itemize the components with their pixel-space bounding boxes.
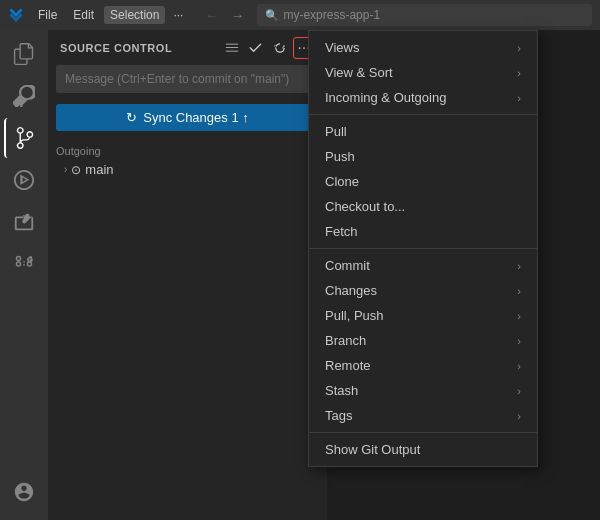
outgoing-section: Outgoing › ⊙ main: [48, 139, 327, 184]
nav-buttons: ← →: [199, 5, 249, 25]
menu-item-pull-push[interactable]: Pull, Push ›: [309, 303, 537, 328]
branch-item[interactable]: › ⊙ main: [56, 159, 319, 180]
activity-explorer[interactable]: [4, 34, 44, 74]
sync-icon: ↻: [126, 110, 137, 125]
menu-item-stash-label: Stash: [325, 383, 358, 398]
title-bar: File Edit Selection ··· ← → 🔍 my-express…: [0, 0, 600, 30]
menu-item-changes[interactable]: Changes ›: [309, 278, 537, 303]
menu-selection[interactable]: Selection: [104, 6, 165, 24]
pull-push-chevron-icon: ›: [517, 310, 521, 322]
forward-button[interactable]: →: [225, 5, 249, 25]
branch-name: main: [85, 162, 113, 177]
sync-button-label: Sync Changes 1 ↑: [143, 110, 249, 125]
menu-file[interactable]: File: [32, 6, 63, 24]
app-icon: [8, 7, 24, 23]
menu-item-view-sort[interactable]: View & Sort ›: [309, 60, 537, 85]
commit-button[interactable]: [245, 37, 267, 59]
tags-chevron-icon: ›: [517, 410, 521, 422]
incoming-outgoing-chevron-icon: ›: [517, 92, 521, 104]
stash-chevron-icon: ›: [517, 385, 521, 397]
remote-chevron-icon: ›: [517, 360, 521, 372]
menu-item-branch-label: Branch: [325, 333, 366, 348]
menu-item-commit-label: Commit: [325, 258, 370, 273]
menu-item-branch[interactable]: Branch ›: [309, 328, 537, 353]
chevron-right-icon: ›: [64, 164, 67, 175]
menu-item-tags[interactable]: Tags ›: [309, 403, 537, 428]
menu-item-clone[interactable]: Clone: [309, 169, 537, 194]
panel-actions: [221, 37, 315, 59]
activity-account[interactable]: [4, 472, 44, 512]
menu-item-show-git-output[interactable]: Show Git Output: [309, 437, 537, 462]
menu-item-views-label: Views: [325, 40, 359, 55]
separator-1: [309, 114, 537, 115]
menu-edit[interactable]: Edit: [67, 6, 100, 24]
menu-item-tags-label: Tags: [325, 408, 352, 423]
menu-item-pull-push-label: Pull, Push: [325, 308, 384, 323]
source-control-panel: SOURCE CONTROL: [48, 30, 328, 520]
activity-source-control[interactable]: [4, 118, 44, 158]
search-bar[interactable]: 🔍 my-express-app-1: [257, 4, 592, 26]
activity-remote[interactable]: [4, 244, 44, 284]
dropdown-menu: Views › View & Sort › Incoming & Outgoin…: [308, 30, 538, 467]
menu-item-views[interactable]: Views ›: [309, 35, 537, 60]
menu-item-remote-label: Remote: [325, 358, 371, 373]
menu-item-changes-label: Changes: [325, 283, 377, 298]
search-text: my-express-app-1: [283, 8, 380, 22]
menu-item-incoming-outgoing[interactable]: Incoming & Outgoing ›: [309, 85, 537, 110]
list-view-button[interactable]: [221, 37, 243, 59]
menu-item-stash[interactable]: Stash ›: [309, 378, 537, 403]
menu-item-view-sort-label: View & Sort: [325, 65, 393, 80]
refresh-button[interactable]: [269, 37, 291, 59]
changes-chevron-icon: ›: [517, 285, 521, 297]
separator-2: [309, 248, 537, 249]
activity-bar: [0, 30, 48, 520]
view-sort-chevron-icon: ›: [517, 67, 521, 79]
activity-run[interactable]: [4, 160, 44, 200]
back-button[interactable]: ←: [199, 5, 223, 25]
main-layout: SOURCE CONTROL: [0, 30, 600, 520]
menu-item-remote[interactable]: Remote ›: [309, 353, 537, 378]
branch-icon: ⊙: [71, 163, 81, 177]
menu-more[interactable]: ···: [169, 6, 187, 24]
menu-item-commit[interactable]: Commit ›: [309, 253, 537, 278]
panel-title: SOURCE CONTROL: [60, 42, 221, 54]
outgoing-header: Outgoing: [56, 143, 319, 159]
views-chevron-icon: ›: [517, 42, 521, 54]
commit-chevron-icon: ›: [517, 260, 521, 272]
commit-message-input[interactable]: [56, 65, 319, 93]
title-menu: File Edit Selection ···: [32, 6, 187, 24]
branch-chevron-icon: ›: [517, 335, 521, 347]
activity-search[interactable]: [4, 76, 44, 116]
panel-header: SOURCE CONTROL: [48, 30, 327, 65]
sync-changes-button[interactable]: ↻ Sync Changes 1 ↑: [56, 104, 319, 131]
activity-extensions[interactable]: [4, 202, 44, 242]
menu-item-pull[interactable]: Pull: [309, 119, 537, 144]
message-input-area: [56, 65, 319, 96]
menu-item-push[interactable]: Push: [309, 144, 537, 169]
menu-item-incoming-outgoing-label: Incoming & Outgoing: [325, 90, 446, 105]
menu-item-checkout[interactable]: Checkout to...: [309, 194, 537, 219]
separator-3: [309, 432, 537, 433]
menu-item-fetch[interactable]: Fetch: [309, 219, 537, 244]
